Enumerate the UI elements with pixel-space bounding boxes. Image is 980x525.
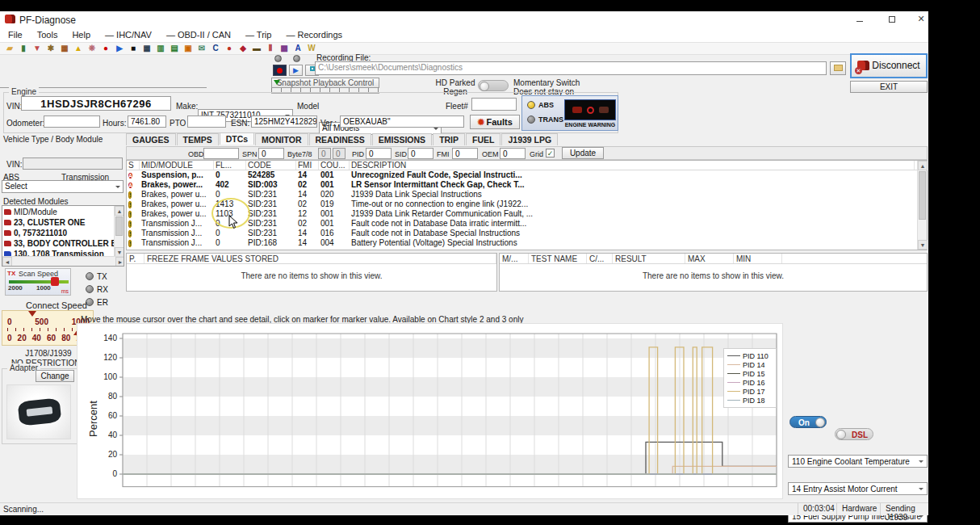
image-icon[interactable]: ▣ [183, 44, 193, 53]
stop-icon[interactable]: ■ [128, 44, 138, 53]
settings-gear-icon[interactable]: ✱ [46, 44, 56, 53]
byte1-input[interactable]: 0 [318, 148, 331, 159]
allison-brand-icon[interactable]: A [293, 44, 303, 53]
vin-value[interactable]: 1HSDJSJR8CH67296 [21, 96, 171, 111]
tab-trip[interactable]: TRIP [433, 133, 465, 145]
pin-icon[interactable]: ▼ [32, 44, 42, 53]
snapshot-playback-control[interactable]: Snapshot Playback Control [271, 78, 379, 88]
folder-open-icon[interactable]: ▰ [5, 44, 15, 53]
play-icon[interactable]: ▶ [115, 44, 124, 53]
warning-fault-icon: ! [128, 220, 132, 228]
recording-file-input[interactable]: C:\Users\smeek\Documents\Diagnostics [315, 61, 827, 75]
dtc-row[interactable]: ASuspension, p...052428514001Unrecognize… [127, 170, 927, 180]
menu-item-ihc-nav[interactable]: — IHC/NAV [103, 30, 153, 41]
dtc-row[interactable]: !Transmission J...0PID:16814004Battery P… [127, 238, 927, 248]
module-item-23-cluster-one[interactable]: 23, CLUSTER ONE [2, 217, 124, 228]
menu-item-recordings[interactable]: — Recordings [284, 30, 344, 41]
menu-item-trip[interactable]: — Trip [244, 30, 273, 41]
fmi-input[interactable]: 0 [452, 148, 478, 159]
disconnect-button[interactable]: ✕ Disconnect [850, 53, 928, 78]
dtc-vscrollbar[interactable]: ▲ ▼ [917, 161, 927, 250]
on-toggle[interactable]: On [789, 416, 827, 428]
close-button[interactable]: ✕ [909, 14, 933, 27]
tab-emissions[interactable]: EMISSIONS [372, 133, 432, 145]
menu-item-tools[interactable]: Tools [36, 30, 60, 41]
obd-input[interactable] [203, 148, 239, 159]
dtc-row[interactable]: !Brakes, power u...0SID:23114020J1939 Da… [127, 190, 927, 200]
hours-label: Hours: [103, 119, 126, 128]
snapshot-play-button[interactable]: ▶ [289, 65, 303, 76]
vtbm-select[interactable]: Select [2, 180, 124, 193]
engine-warning-label: ENGINE WARNING [564, 122, 616, 128]
minimize-button[interactable] [848, 14, 872, 27]
fleet-input[interactable] [471, 98, 517, 111]
wabco-brand-icon[interactable]: W [307, 44, 316, 53]
maximize-button[interactable] [880, 14, 904, 27]
kenworth-brand-icon[interactable]: ▩ [279, 44, 289, 53]
esn-value[interactable]: 125HM2Y4128296 [251, 116, 317, 128]
tab-temps[interactable]: TEMPS [177, 133, 219, 145]
hours-value[interactable]: 7461.80 [128, 116, 166, 128]
pid-select-110[interactable]: 110 Engine Coolant Temperature [788, 455, 928, 468]
fmi-label: FMI [437, 150, 450, 158]
chart-plot[interactable]: 020406080100120140 [90, 329, 781, 495]
chart-panel[interactable]: Percent 020406080100120140 PID 110PID 14… [77, 323, 783, 499]
update-button[interactable]: Update [562, 147, 604, 159]
tab-gauges[interactable]: GAUGES [126, 133, 176, 145]
modules-vscrollbar[interactable]: ▲ ▼ [114, 206, 124, 257]
dtc-row[interactable]: !Transmission J...0SID:23114016Fault cod… [127, 229, 927, 238]
window-title: PF-Diagnose [19, 15, 76, 26]
menu-item-file[interactable]: File [6, 30, 24, 41]
grid-checkbox[interactable]: ✓ [546, 149, 555, 158]
pto-input[interactable] [187, 116, 226, 128]
tab-readiness[interactable]: READINESS [309, 133, 371, 145]
clear-codes-icon[interactable]: ❋ [87, 44, 97, 53]
faults-button[interactable]: ✹Faults [470, 115, 520, 129]
sidebar-vin-input[interactable] [23, 158, 123, 170]
module-item-33-body-controller-bcm[interactable]: 33, BODY CONTROLLER BCM [2, 238, 124, 249]
scan-tx-label: TX [7, 270, 15, 277]
exit-button[interactable]: EXIT [850, 81, 928, 93]
snapshot-record-button[interactable] [273, 65, 287, 76]
menu-item-help[interactable]: Help [70, 30, 92, 41]
menu-item-obd-ii-can[interactable]: — OBD-II / CAN [165, 30, 232, 41]
ver-value[interactable]: OEBXAUAB" [340, 116, 464, 128]
fault-warning-icon[interactable]: ▲ [73, 44, 83, 53]
change-adapter-button[interactable]: Change [36, 370, 74, 382]
ports-icon[interactable]: ▮ [19, 44, 28, 53]
pid-input[interactable]: 0 [366, 148, 392, 159]
scan-truck-icon[interactable]: ▦ [60, 44, 69, 53]
status-left: Scanning... [3, 505, 44, 514]
oem-input[interactable]: 0 [500, 148, 526, 159]
tab-monitor[interactable]: MONITOR [255, 133, 308, 145]
tab-j1939-lpg[interactable]: J1939 LPG [501, 133, 558, 145]
module-item-0-7573211010[interactable]: 0, 7573211010 [2, 228, 124, 238]
tab-dtcs[interactable]: DTCs [220, 132, 254, 145]
message-icon[interactable]: ✉ [197, 44, 207, 53]
schedule-icon[interactable]: ▦ [142, 44, 152, 53]
pid-select-14[interactable]: 14 Entry Assist Motor Current [788, 482, 928, 495]
svg-text:0: 0 [112, 469, 117, 478]
detected-modules-list[interactable]: MID/Module23, CLUSTER ONE0, 757321101033… [2, 205, 124, 267]
browse-folder-button[interactable] [830, 61, 846, 75]
tab-fuel[interactable]: FUEL [466, 133, 500, 145]
cat-brand-icon[interactable]: ▬ [252, 44, 262, 53]
byte2-input[interactable]: 0 [333, 148, 346, 159]
ihc-brand-icon[interactable]: Ⅱ [266, 44, 275, 53]
film-strip2-icon[interactable]: ▤ [170, 44, 179, 53]
record-icon[interactable]: ● [101, 44, 111, 53]
volvo-brand-icon[interactable]: C [211, 44, 220, 53]
modules-hscrollbar[interactable]: ◄► [2, 256, 124, 266]
spn-input[interactable]: 0 [258, 148, 284, 159]
sid-input[interactable]: 0 [408, 148, 433, 159]
hd-regen-toggle[interactable] [478, 80, 509, 91]
freightliner-brand-icon[interactable]: ◆ [238, 44, 248, 53]
film-strip-icon[interactable]: ▥ [156, 44, 165, 53]
dtc-row[interactable]: ABrakes, power...402SID:00302001LR Senso… [127, 180, 927, 190]
warning-fault-icon: ! [128, 191, 132, 199]
odometer-input[interactable] [44, 116, 100, 128]
mack-brand-icon[interactable]: ● [224, 44, 234, 53]
dsl-toggle[interactable]: DSL [835, 428, 873, 440]
scan-speed-knob[interactable] [51, 277, 59, 286]
stop-fault-icon: A [128, 183, 132, 188]
